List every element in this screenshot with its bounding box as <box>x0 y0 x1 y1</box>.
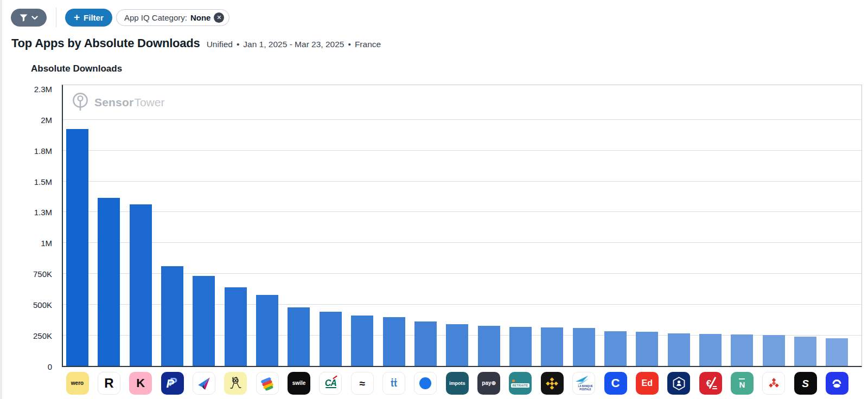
filter-chip-label: App IQ Category: <box>124 13 187 22</box>
chart-bar-retraite[interactable] <box>509 327 532 366</box>
y-axis-tick-label: 0 <box>48 362 52 371</box>
y-axis-tick-label: 1.8M <box>34 146 52 155</box>
binance-icon[interactable] <box>541 372 564 395</box>
crypto-hexagon-icon[interactable] <box>667 372 690 395</box>
page-title: Top Apps by Absolute Downloads <box>11 36 200 50</box>
page-root: + Filter App IQ Category: None ✕ Top App… <box>0 0 868 399</box>
euro-pen-red-icon[interactable]: € <box>699 372 722 395</box>
klarna-k-icon[interactable]: K <box>129 372 152 395</box>
gridline <box>63 119 861 120</box>
page-subtitle: Unified • Jan 1, 2025 - Mar 23, 2025 • F… <box>207 40 381 49</box>
subtitle-platform: Unified <box>207 40 233 49</box>
chart-bar-paper-plane-arrow[interactable] <box>193 276 215 366</box>
watermark-brand-bold: Sensor <box>94 96 133 108</box>
chart-bar-klarna-k[interactable] <box>130 204 152 366</box>
y-axis-tick-label: 750K <box>33 269 52 279</box>
impots-gouv-icon[interactable]: impots <box>446 372 469 395</box>
paper-plane-arrow-icon[interactable] <box>193 372 215 395</box>
chart-bar-coinbase-c[interactable] <box>604 331 627 366</box>
add-filter-button[interactable]: + Filter <box>65 9 112 27</box>
credit-agricole-icon[interactable]: CA <box>319 372 342 395</box>
chart-bar-blue-mask[interactable] <box>826 338 848 366</box>
left-edge-strip <box>0 0 2 399</box>
chart-bar-paylib[interactable] <box>478 326 500 366</box>
coinbase-c-icon[interactable]: C <box>604 372 627 395</box>
gridline <box>63 211 861 212</box>
swile-icon[interactable]: swile <box>288 372 310 395</box>
subtitle-bullet: • <box>237 40 239 49</box>
y-axis-tick-label: 1M <box>41 239 52 248</box>
chart-bar-black-s[interactable] <box>794 337 816 366</box>
chart-bar-double-t[interactable] <box>383 317 405 366</box>
svg-text:POSTALE: POSTALE <box>579 388 591 391</box>
chart-bar-google-wallet[interactable] <box>256 295 278 366</box>
chart-bar-wero[interactable] <box>66 129 88 366</box>
paypal-icon[interactable]: P P <box>161 372 184 395</box>
y-axis-tick-label: 500K <box>33 300 52 310</box>
red-trefoil-icon[interactable] <box>762 372 785 395</box>
watermark: SensorTower <box>72 92 164 112</box>
google-wallet-icon[interactable] <box>256 372 279 395</box>
svg-text:LA BANQUE: LA BANQUE <box>578 385 593 388</box>
chart-bar-paypal[interactable] <box>161 266 183 366</box>
gridline <box>63 181 861 182</box>
la-banque-postale-icon[interactable]: LA BANQUE POSTALE <box>572 372 595 395</box>
chart-axis-title: Absolute Downloads <box>31 63 122 74</box>
gridline <box>63 150 861 151</box>
subtitle-country: France <box>355 40 381 49</box>
chart-bar-credit-agricole[interactable] <box>320 312 342 366</box>
subtitle-daterange: Jan 1, 2025 - Mar 23, 2025 <box>243 40 344 49</box>
n-overline-green-icon[interactable]: N <box>731 372 754 395</box>
y-axis-tick-label: 250K <box>33 331 52 340</box>
add-filter-label: Filter <box>84 13 104 22</box>
approx-equals-icon[interactable]: ≈ <box>351 372 374 395</box>
y-axis-tick-label: 1.3M <box>34 208 52 217</box>
close-icon: ✕ <box>216 15 221 21</box>
doodle-character-icon[interactable] <box>224 372 247 395</box>
chart-bar-approx-equals[interactable] <box>351 316 373 366</box>
chart-bar-blue-dot[interactable] <box>414 321 437 366</box>
double-t-icon[interactable]: ṫṫ <box>382 372 405 395</box>
paylib-icon[interactable]: pay⊕ <box>477 372 500 395</box>
black-s-icon[interactable]: S <box>794 372 817 395</box>
toolbar-divider <box>56 8 56 27</box>
chart-bar-la-banque-postale[interactable] <box>573 328 595 366</box>
chart-bar-doodle-character[interactable] <box>225 287 247 366</box>
chart-bar-euro-pen-red[interactable] <box>699 334 722 366</box>
watermark-brand-light: Tower <box>134 96 164 108</box>
chart-bar-ed[interactable] <box>636 332 658 366</box>
filter-chip-app-iq-category[interactable]: App IQ Category: None ✕ <box>116 9 229 26</box>
filter-chip-remove-button[interactable]: ✕ <box>214 12 224 23</box>
subtitle-bullet: • <box>348 40 350 49</box>
blue-mask-icon[interactable] <box>826 372 848 395</box>
chevron-down-icon <box>31 16 38 20</box>
funnel-icon <box>20 14 28 22</box>
y-axis-tick-label: 1.5M <box>34 177 52 186</box>
chart-bar-crypto-hexagon[interactable] <box>668 333 690 366</box>
blue-dot-icon[interactable] <box>414 372 437 395</box>
chart-bar-swile[interactable] <box>288 307 310 366</box>
revolut-r-icon[interactable]: R <box>98 372 120 395</box>
wero-icon[interactable]: wero <box>66 372 89 395</box>
filter-chip-value: None <box>190 13 211 22</box>
chart-plot-area: SensorTower <box>62 85 862 367</box>
chart-bar-binance[interactable] <box>541 327 563 366</box>
y-axis: 2.3M2M1.8M1.5M1.3M1M750K500K250K0 <box>16 85 52 367</box>
header: Top Apps by Absolute Downloads Unified •… <box>11 36 381 50</box>
chart-bar-impots-gouv[interactable] <box>446 324 468 366</box>
chart-bar-red-trefoil[interactable] <box>763 335 785 366</box>
y-axis-tick-label: 2M <box>41 115 52 124</box>
retraite-icon[interactable]: RETRAITE <box>509 372 532 395</box>
gridline <box>63 242 861 243</box>
plus-icon: + <box>74 11 80 23</box>
sensor-tower-logo-icon <box>72 92 90 112</box>
chart-bar-n-overline-green[interactable] <box>731 334 753 366</box>
filter-menu-button[interactable] <box>11 9 47 27</box>
y-axis-tick-label: 2.3M <box>34 84 52 93</box>
ed-icon[interactable]: Ed <box>636 372 659 395</box>
chart-bar-revolut-r[interactable] <box>98 198 120 366</box>
